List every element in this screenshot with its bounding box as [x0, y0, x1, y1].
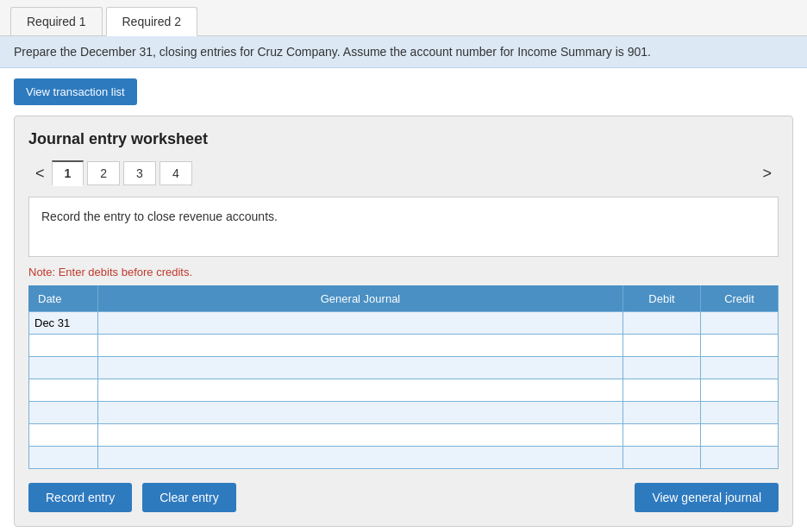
input-debit[interactable] — [623, 335, 700, 356]
tab-required-1[interactable]: Required 1 — [10, 7, 103, 35]
input-debit[interactable] — [623, 424, 700, 446]
cell-date[interactable] — [29, 335, 98, 357]
input-debit[interactable] — [623, 379, 700, 401]
tab-required-2[interactable]: Required 2 — [106, 7, 198, 36]
cell-debit[interactable] — [623, 335, 701, 357]
journal-card: Journal entry worksheet < 1 2 3 4 > Reco… — [14, 116, 793, 527]
input-credit[interactable] — [701, 357, 778, 379]
cell-date[interactable] — [29, 447, 98, 469]
tabs-bar: Required 1 Required 2 — [0, 0, 807, 36]
table-row — [29, 357, 779, 379]
input-general-journal[interactable] — [98, 379, 622, 401]
action-buttons-row: Record entry Clear entry View general jo… — [28, 483, 779, 512]
cell-credit[interactable] — [701, 424, 779, 447]
input-credit[interactable] — [701, 312, 778, 334]
input-credit[interactable] — [701, 447, 778, 468]
table-row — [29, 424, 779, 447]
cell-credit[interactable] — [701, 335, 779, 357]
view-general-journal-button[interactable]: View general journal — [635, 483, 779, 512]
cell-credit[interactable] — [701, 379, 779, 402]
cell-general-journal[interactable] — [98, 447, 623, 469]
input-date[interactable] — [29, 335, 97, 356]
input-credit[interactable] — [701, 424, 778, 446]
ws-tab-3[interactable]: 3 — [123, 161, 156, 185]
journal-table: Date General Journal Debit Credit — [28, 285, 779, 469]
ws-prev-button[interactable]: < — [28, 161, 52, 186]
cell-general-journal[interactable] — [98, 402, 623, 424]
cell-date[interactable] — [29, 402, 98, 424]
col-header-general-journal: General Journal — [98, 286, 623, 312]
cell-date[interactable] — [29, 424, 98, 447]
ws-tab-4[interactable]: 4 — [160, 161, 192, 185]
input-date[interactable] — [29, 424, 97, 446]
input-general-journal[interactable] — [98, 312, 622, 334]
table-row — [29, 447, 779, 469]
table-row — [29, 379, 779, 402]
journal-title: Journal entry worksheet — [28, 130, 779, 148]
input-debit[interactable] — [623, 402, 700, 423]
input-debit[interactable] — [623, 357, 700, 379]
cell-debit[interactable] — [623, 447, 701, 469]
table-row — [29, 312, 779, 335]
cell-debit[interactable] — [623, 379, 701, 402]
ws-tab-1[interactable]: 1 — [52, 160, 84, 186]
cell-general-journal[interactable] — [98, 424, 623, 447]
cell-date[interactable] — [29, 379, 98, 402]
cell-debit[interactable] — [623, 402, 701, 424]
input-general-journal[interactable] — [98, 402, 622, 423]
ws-tab-2[interactable]: 2 — [87, 161, 120, 185]
input-general-journal[interactable] — [98, 424, 622, 446]
cell-debit[interactable] — [623, 424, 701, 447]
col-header-credit: Credit — [701, 286, 779, 312]
table-row — [29, 335, 779, 357]
worksheet-tabs-nav: < 1 2 3 4 > — [28, 160, 779, 186]
ws-next-button[interactable]: > — [755, 161, 779, 186]
input-credit[interactable] — [701, 335, 778, 356]
input-date[interactable] — [29, 312, 97, 334]
input-general-journal[interactable] — [98, 335, 622, 356]
cell-general-journal[interactable] — [98, 335, 623, 357]
cell-debit[interactable] — [623, 357, 701, 379]
input-general-journal[interactable] — [98, 447, 622, 468]
input-general-journal[interactable] — [98, 357, 622, 379]
input-credit[interactable] — [701, 379, 778, 401]
input-debit[interactable] — [623, 447, 700, 468]
cell-credit[interactable] — [701, 402, 779, 424]
input-date[interactable] — [29, 402, 97, 423]
note-text: Note: Enter debits before credits. — [28, 266, 779, 279]
input-date[interactable] — [29, 357, 97, 379]
view-transaction-list-button[interactable]: View transaction list — [14, 78, 137, 105]
col-header-debit: Debit — [623, 286, 701, 312]
col-header-date: Date — [29, 286, 98, 312]
info-banner: Prepare the December 31, closing entries… — [0, 36, 807, 68]
clear-entry-button[interactable]: Clear entry — [142, 483, 235, 512]
table-row — [29, 402, 779, 424]
input-date[interactable] — [29, 379, 97, 401]
input-debit[interactable] — [623, 312, 700, 334]
cell-date[interactable] — [29, 312, 98, 335]
cell-credit[interactable] — [701, 447, 779, 469]
cell-debit[interactable] — [623, 312, 701, 335]
cell-general-journal[interactable] — [98, 379, 623, 402]
record-entry-button[interactable]: Record entry — [28, 483, 132, 512]
cell-general-journal[interactable] — [98, 312, 623, 335]
cell-date[interactable] — [29, 357, 98, 379]
cell-credit[interactable] — [701, 357, 779, 379]
description-box: Record the entry to close revenue accoun… — [28, 197, 779, 257]
input-date[interactable] — [29, 447, 97, 468]
input-credit[interactable] — [701, 402, 778, 423]
cell-credit[interactable] — [701, 312, 779, 335]
cell-general-journal[interactable] — [98, 357, 623, 379]
